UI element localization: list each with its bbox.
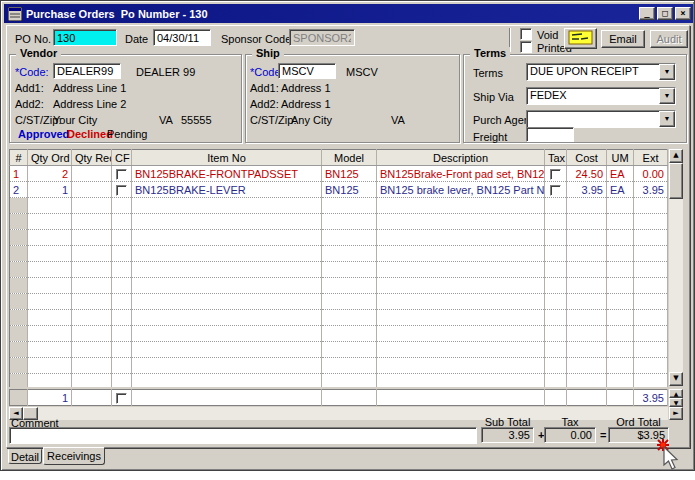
subtotal-value: 3.95 — [481, 427, 534, 443]
date-label: Date — [125, 33, 148, 45]
grid-empty-row — [10, 374, 668, 388]
line-items-grid: # Qty Ord Qty Rec CF Item No Model Descr… — [9, 149, 683, 415]
vendor-status-approved: Approved — [18, 128, 69, 140]
window-title: Purchase Orders Po Number - 130 — [26, 8, 637, 20]
freight-input[interactable] — [526, 127, 574, 142]
shipvia-label: Ship Via — [473, 91, 514, 103]
col-header-num[interactable]: # — [10, 150, 28, 166]
purch-agent-label: Purch Agent — [473, 114, 533, 126]
vscroll-thumb[interactable] — [669, 163, 683, 199]
tax-checkbox[interactable] — [550, 185, 561, 196]
purch-agent-dropdown-arrow-icon[interactable]: ▼ — [659, 111, 675, 127]
vendor-add2-label: Add2: — [15, 98, 44, 110]
note-icon — [568, 30, 593, 45]
terms-label: Terms — [473, 67, 503, 79]
ship-add1-label: Add1: — [250, 82, 279, 94]
col-header-cf[interactable]: CF — [112, 150, 132, 166]
table-row[interactable]: 1 2 BN125BRAKE-FRONTPADSSET BN125 BN125B… — [10, 166, 668, 182]
tab-receivings[interactable]: Receivings — [43, 447, 105, 465]
col-header-item-no[interactable]: Item No — [132, 150, 322, 166]
summary-spin-up-icon[interactable]: ▲ — [669, 389, 683, 398]
grid-body: 1 2 BN125BRAKE-FRONTPADSSET BN125 BN125B… — [10, 166, 668, 388]
grid-empty-row — [10, 294, 668, 310]
title-bar: Purchase Orders Po Number - 130 _ □ × — [4, 4, 693, 23]
grid-empty-row — [10, 214, 668, 230]
grid-empty-row — [10, 342, 668, 358]
ship-state: VA — [391, 114, 405, 126]
shipvia-dropdown-arrow-icon[interactable]: ▼ — [659, 88, 675, 104]
grid-header-row: # Qty Ord Qty Rec CF Item No Model Descr… — [10, 150, 668, 166]
equals-sign: = — [600, 429, 606, 441]
maximize-button[interactable]: □ — [657, 7, 673, 20]
vendor-status-pending: Pending — [107, 128, 147, 140]
summary-ext: 3.95 — [634, 390, 668, 406]
col-header-model[interactable]: Model — [322, 150, 377, 166]
ship-group-title: Ship — [252, 47, 284, 59]
ship-cst-label: C/ST/Zip: — [250, 114, 296, 126]
freight-label: Freight — [473, 131, 507, 143]
shipvia-value: FEDEX — [527, 88, 659, 104]
note-button[interactable] — [564, 28, 597, 49]
close-button[interactable]: × — [675, 7, 691, 20]
hscroll-right-icon[interactable]: ► — [669, 407, 683, 420]
summary-spin-down-icon[interactable]: ▼ — [669, 398, 683, 407]
terms-dropdown-arrow-icon[interactable]: ▼ — [659, 64, 675, 80]
table-row[interactable]: 2 1 BN125BRAKE-LEVER BN125 BN125 brake l… — [10, 182, 668, 198]
grid-empty-row — [10, 230, 668, 246]
col-header-um[interactable]: UM — [607, 150, 634, 166]
vendor-code-label: *Code: — [15, 66, 49, 78]
col-header-description[interactable]: Description — [377, 150, 545, 166]
email-button[interactable]: Email — [601, 30, 645, 48]
vendor-add1-value: Address Line 1 — [53, 82, 126, 94]
sponsor-code-input — [289, 29, 355, 46]
vendor-status-declined: Declined — [67, 128, 113, 140]
audit-button: Audit — [650, 30, 688, 48]
vendor-name: DEALER 99 — [136, 66, 195, 78]
tax-checkbox[interactable] — [550, 169, 561, 180]
void-label: Void — [537, 29, 558, 41]
grid-empty-row — [10, 310, 668, 326]
items-table: # Qty Ord Qty Rec CF Item No Model Descr… — [9, 149, 668, 387]
printed-checkbox[interactable] — [520, 41, 532, 53]
grid-empty-row — [10, 198, 668, 214]
col-header-qty-rec[interactable]: Qty Rec — [72, 150, 112, 166]
purch-agent-dropdown[interactable]: ▼ — [526, 110, 676, 128]
summary-cf-checkbox[interactable] — [116, 393, 127, 404]
vscroll-up-icon[interactable]: ▲ — [669, 149, 683, 163]
cf-checkbox[interactable] — [116, 169, 127, 180]
app-form-icon — [8, 7, 22, 21]
ship-add2-label: Add2: — [250, 98, 279, 110]
grid-empty-row — [10, 358, 668, 374]
vendor-code-input[interactable] — [53, 63, 121, 79]
purch-agent-value — [527, 111, 659, 127]
comment-input[interactable] — [9, 427, 477, 444]
tab-detail[interactable]: Detail — [8, 449, 42, 464]
tax-value: 0.00 — [544, 427, 596, 443]
grid-empty-row — [10, 278, 668, 294]
grid-summary-row: 1 3.95 — [9, 389, 668, 407]
col-header-cost[interactable]: Cost — [567, 150, 607, 166]
vscroll-down-icon[interactable]: ▼ — [669, 372, 683, 386]
grid-empty-row — [10, 262, 668, 278]
shipvia-dropdown[interactable]: FEDEX ▼ — [526, 87, 676, 105]
ship-city: Any City — [291, 114, 332, 126]
vendor-state: VA — [159, 114, 173, 126]
ship-code-input[interactable] — [278, 63, 336, 79]
grid-empty-row — [10, 246, 668, 262]
grid-empty-row — [10, 326, 668, 342]
terms-dropdown[interactable]: DUE UPON RECEIPT ▼ — [526, 63, 676, 81]
terms-group-title: Terms — [470, 47, 510, 59]
col-header-tax[interactable]: Tax — [545, 150, 567, 166]
void-checkbox[interactable] — [520, 28, 532, 40]
purchase-orders-window: Purchase Orders Po Number - 130 _ □ × PO… — [0, 0, 695, 471]
sponsor-code-label: Sponsor Code — [221, 33, 291, 45]
col-header-ext[interactable]: Ext — [634, 150, 668, 166]
summary-qty-ord: 1 — [28, 390, 72, 406]
date-input[interactable] — [153, 29, 211, 46]
col-header-qty-ord[interactable]: Qty Ord — [28, 150, 72, 166]
vendor-add1-label: Add1: — [15, 82, 44, 94]
cf-checkbox[interactable] — [116, 185, 127, 196]
po-number-input[interactable] — [53, 29, 117, 46]
vendor-add2-value: Address Line 2 — [53, 98, 126, 110]
minimize-button[interactable]: _ — [639, 7, 655, 20]
